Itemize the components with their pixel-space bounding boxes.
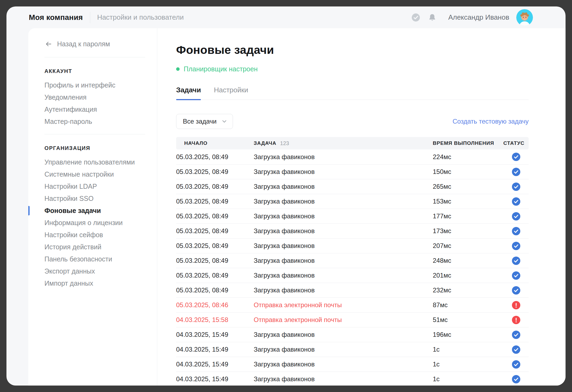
- back-to-passwords-link[interactable]: Назад к паролям: [44, 40, 145, 48]
- table-row[interactable]: 05.03.2025, 08:49 Загрузка фавиконов 173…: [176, 223, 529, 238]
- sidebar-item-label: Импорт данных: [44, 279, 93, 287]
- table-row[interactable]: 05.03.2025, 08:49 Загрузка фавиконов 248…: [176, 253, 529, 268]
- cell-task-name: Загрузка фавиконов: [254, 153, 433, 161]
- cell-task-name: Загрузка фавиконов: [254, 183, 433, 190]
- table-row[interactable]: 05.03.2025, 08:49 Загрузка фавиконов 207…: [176, 238, 529, 253]
- section-title-organization: ОРГАНИЗАЦИЯ: [44, 145, 145, 151]
- cell-status: [503, 183, 529, 191]
- cell-task-name: Отправка электронной почты: [254, 301, 433, 309]
- sidebar-item[interactable]: Профиль и интерфейс: [44, 79, 145, 91]
- cell-status: [503, 257, 529, 265]
- error-exclamation-icon: [512, 316, 520, 324]
- sidebar-item[interactable]: Экспорт данных: [44, 265, 145, 277]
- sidebar-item-label: Панель безопасности: [44, 255, 112, 263]
- table-row[interactable]: 05.03.2025, 08:49 Загрузка фавиконов 150…: [176, 164, 529, 179]
- cell-duration: 177мс: [433, 212, 503, 220]
- sync-status-icon[interactable]: [411, 13, 421, 22]
- success-check-icon: [512, 242, 520, 250]
- success-check-icon: [512, 345, 520, 354]
- table-row[interactable]: 04.03.2025, 15:49 Загрузка фавиконов 1с: [176, 357, 529, 372]
- cell-status: [503, 271, 529, 280]
- cell-task-name: Загрузка фавиконов: [254, 346, 433, 353]
- topbar-right: Александр Иванов: [411, 9, 533, 26]
- tasks-table: НАЧАЛО ЗАДАЧА 123 ВРЕМЯ ВЫПОЛНЕНИЯ СТАТУ…: [176, 137, 529, 386]
- success-check-icon: [512, 257, 520, 265]
- task-filter-value: Все задачи: [183, 118, 217, 125]
- table-row[interactable]: 05.03.2025, 08:49 Загрузка фавиконов 265…: [176, 179, 529, 194]
- bell-icon[interactable]: [428, 13, 437, 22]
- tab-settings[interactable]: Настройки: [214, 86, 248, 100]
- company-title: Моя компания: [29, 13, 83, 22]
- cell-task-name: Загрузка фавиконов: [254, 331, 433, 338]
- sidebar-item[interactable]: Настройки LDAP: [44, 180, 145, 192]
- table-row[interactable]: 05.03.2025, 08:49 Загрузка фавиконов 201…: [176, 268, 529, 283]
- tab-tasks[interactable]: Задачи: [176, 86, 201, 100]
- sidebar-item[interactable]: Мастер-пароль: [44, 116, 145, 128]
- cell-task-name: Загрузка фавиконов: [254, 257, 433, 264]
- cell-start-time: 05.03.2025, 08:49: [176, 227, 254, 235]
- create-test-task-link[interactable]: Создать тестовую задачу: [452, 118, 529, 125]
- sidebar-item-label: Настройки сейфов: [44, 231, 103, 239]
- cell-duration: 173мс: [433, 227, 503, 235]
- sidebar-item[interactable]: Импорт данных: [44, 277, 145, 289]
- avatar[interactable]: [516, 9, 533, 26]
- cell-duration: 248мс: [433, 257, 503, 264]
- cell-duration: 1с: [433, 346, 503, 353]
- top-bar: Моя компания Настройки и пользователи Ал…: [6, 6, 566, 28]
- sidebar-item[interactable]: Панель безопасности: [44, 253, 145, 265]
- cell-task-name: Загрузка фавиконов: [254, 286, 433, 294]
- success-check-icon: [512, 271, 520, 280]
- sidebar-item[interactable]: Аутентификация: [44, 103, 145, 116]
- sidebar-item-label: Фоновые задачи: [44, 207, 101, 214]
- sidebar-item-label: Экспорт данных: [44, 267, 95, 275]
- table-row[interactable]: 04.03.2025, 15:58 Отправка электронной п…: [176, 312, 529, 327]
- chevron-down-icon: [221, 118, 227, 124]
- sidebar-item[interactable]: Управление пользователями: [44, 156, 145, 168]
- sidebar-item[interactable]: Настройки SSO: [44, 192, 145, 205]
- cell-task-name: Загрузка фавиконов: [254, 272, 433, 279]
- cell-start-time: 05.03.2025, 08:49: [176, 168, 254, 176]
- cell-start-time: 04.03.2025, 15:49: [176, 360, 254, 368]
- cell-duration: 201мс: [433, 272, 503, 279]
- sidebar-item[interactable]: Фоновые задачи: [44, 205, 145, 217]
- table-row[interactable]: 04.03.2025, 15:49 Загрузка фавиконов 1с: [176, 342, 529, 357]
- cell-task-name: Загрузка фавиконов: [254, 212, 433, 220]
- success-check-icon: [512, 168, 520, 176]
- sidebar-section-organization: ОРГАНИЗАЦИЯ Управление пользователями Си…: [44, 145, 145, 289]
- sidebar-item-label: Настройки SSO: [44, 195, 93, 202]
- sidebar-item[interactable]: Информация о лицензии: [44, 217, 145, 229]
- task-filter-dropdown[interactable]: Все задачи: [176, 114, 233, 129]
- success-check-icon: [512, 197, 520, 206]
- cell-start-time: 05.03.2025, 08:49: [176, 153, 254, 161]
- table-row[interactable]: 05.03.2025, 08:49 Загрузка фавиконов 153…: [176, 194, 529, 209]
- sidebar-item-label: Мастер-пароль: [44, 118, 92, 125]
- table-row[interactable]: 05.03.2025, 08:49 Загрузка фавиконов 177…: [176, 209, 529, 223]
- sidebar-item[interactable]: Уведомления: [44, 91, 145, 103]
- settings-sidebar: Назад к паролям АККАУНТ Профиль и интерф…: [28, 28, 157, 386]
- cell-status: [503, 212, 529, 220]
- user-name[interactable]: Александр Иванов: [448, 13, 509, 22]
- success-check-icon: [512, 227, 520, 235]
- sidebar-item[interactable]: Системные настройки: [44, 168, 145, 180]
- sidebar-section-account: АККАУНТ Профиль и интерфейс Уведомления …: [44, 68, 145, 128]
- cell-duration: 265мс: [433, 183, 503, 190]
- table-row[interactable]: 05.03.2025, 08:46 Отправка электронной п…: [176, 298, 529, 312]
- cell-start-time: 05.03.2025, 08:49: [176, 242, 254, 250]
- cell-status: [503, 197, 529, 206]
- sidebar-item-label: Уведомления: [44, 93, 86, 101]
- cell-duration: 153мс: [433, 198, 503, 205]
- sidebar-item[interactable]: История действий: [44, 241, 145, 253]
- cell-start-time: 05.03.2025, 08:49: [176, 257, 254, 264]
- table-row[interactable]: 04.03.2025, 15:49 Загрузка фавиконов 1с: [176, 372, 529, 386]
- cell-duration: 207мс: [433, 242, 503, 250]
- cell-status: [503, 331, 529, 339]
- sidebar-item[interactable]: Настройки сейфов: [44, 229, 145, 241]
- table-row[interactable]: 05.03.2025, 08:49 Загрузка фавиконов 224…: [176, 149, 529, 164]
- cell-start-time: 04.03.2025, 15:49: [176, 331, 254, 338]
- cell-start-time: 04.03.2025, 15:49: [176, 346, 254, 353]
- table-row[interactable]: 04.03.2025, 15:49 Загрузка фавиконов 196…: [176, 327, 529, 342]
- cell-task-name: Загрузка фавиконов: [254, 227, 433, 235]
- table-row[interactable]: 05.03.2025, 08:49 Загрузка фавиконов 232…: [176, 283, 529, 298]
- cell-duration: 1с: [433, 375, 503, 383]
- app-window: Моя компания Настройки и пользователи Ал…: [6, 6, 566, 386]
